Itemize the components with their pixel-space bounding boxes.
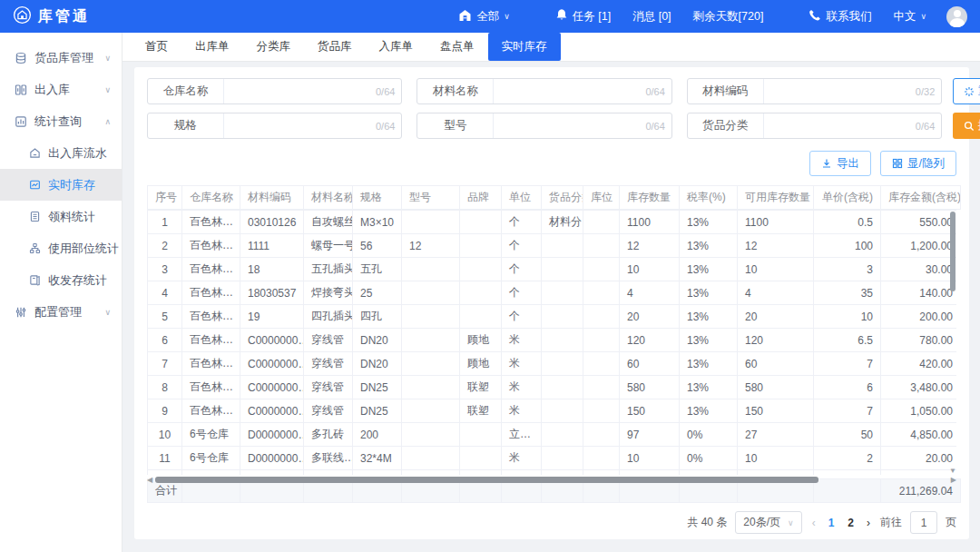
horizontal-scrollbar-thumb[interactable] bbox=[155, 477, 818, 483]
char-counter: 0/64 bbox=[376, 79, 401, 104]
show-hide-columns-button[interactable]: 显/隐列 bbox=[880, 151, 956, 176]
table-row[interactable]: 1百色林…03010126自攻螺丝M3×10个材料分…110013%11000.… bbox=[148, 211, 957, 234]
field-label: 仓库名称 bbox=[148, 79, 224, 104]
scroll-right-arrow-icon[interactable]: ▶ bbox=[951, 476, 956, 484]
tab-inbound-order[interactable]: 入库单 bbox=[366, 33, 427, 61]
table-cell bbox=[620, 470, 680, 476]
table-cell bbox=[460, 470, 502, 476]
table-cell bbox=[680, 470, 738, 476]
table-row[interactable]: 106号仓库D0000000…多孔砖200立…970%27504,850.00 bbox=[148, 423, 957, 447]
sidebar-item-usage-location-stats[interactable]: 使用部位统计 bbox=[0, 232, 122, 264]
tab-stocktake-order[interactable]: 盘点单 bbox=[426, 33, 488, 61]
table-row[interactable]: 116号仓库D0000000…多联线…32*4M米100%10220.00 bbox=[148, 447, 957, 470]
spec-input[interactable] bbox=[224, 113, 376, 138]
inventory-table-zone: 序号仓库名称材料编码材料名称规格型号品牌单位货品分类库位库存数量税率(%)可用库… bbox=[147, 185, 956, 475]
table-row-partial[interactable] bbox=[148, 470, 957, 476]
table-row[interactable]: 6百色林…C0000000…穿线管DN20顾地米12013%1206.5780.… bbox=[148, 329, 957, 352]
table-row[interactable]: 8百色林…C0000000…穿线管DN25联塑米58013%58063,480.… bbox=[148, 376, 957, 399]
vertical-scrollbar-thumb[interactable] bbox=[950, 212, 956, 291]
table-cell: 5 bbox=[148, 305, 182, 329]
table-cell: 四孔插头 bbox=[304, 305, 353, 329]
goto-label: 前往 bbox=[880, 515, 902, 530]
total-count-label: 共 40 条 bbox=[687, 515, 727, 530]
contact-us-link[interactable]: 联系我们 bbox=[798, 9, 882, 25]
table-cell bbox=[542, 352, 583, 376]
sidebar-item-receipt-dispatch-stats[interactable]: 收发存统计 bbox=[0, 264, 122, 296]
material-name-input[interactable] bbox=[494, 79, 645, 104]
app-logo[interactable]: 库管通 bbox=[13, 5, 90, 28]
table-cell: DN25 bbox=[353, 399, 402, 423]
org-icon bbox=[32, 246, 38, 250]
sidebar-item-realtime-stock[interactable]: 实时库存 bbox=[0, 169, 122, 201]
tab-category-store[interactable]: 分类库 bbox=[243, 33, 305, 61]
table-cell: 百色林… bbox=[182, 211, 240, 234]
table-cell: M3×10 bbox=[353, 211, 402, 234]
language-label: 中文 bbox=[893, 9, 916, 25]
table-cell: 顾地 bbox=[460, 352, 502, 376]
page-size-label: 20条/页 bbox=[743, 515, 780, 530]
table-cell bbox=[542, 258, 583, 281]
reset-button[interactable]: 重置 bbox=[953, 78, 980, 104]
table-row[interactable]: 4百色林…18030537焊接弯头25个413%435140.00 bbox=[148, 281, 957, 305]
language-selector[interactable]: 中文 ∨ bbox=[882, 9, 937, 25]
search-button[interactable]: 搜索 bbox=[953, 113, 980, 139]
page-size-select[interactable]: 20条/页 ∨ bbox=[735, 511, 801, 534]
table-row[interactable]: 3百色林…18五孔插头五孔个1013%10330.00 bbox=[148, 258, 957, 281]
sidebar-item-in-out[interactable]: 出入库 ∨ bbox=[0, 74, 122, 105]
table-row[interactable]: 7百色林…C0000000…穿线管DN20顾地米6013%607420.00 bbox=[148, 352, 957, 376]
table-cell: 13% bbox=[680, 399, 738, 423]
sidebar-item-material-stats[interactable]: 领料统计 bbox=[0, 201, 122, 232]
user-avatar[interactable] bbox=[946, 6, 967, 27]
table-cell: 4 bbox=[620, 281, 680, 305]
horizontal-scrollbar[interactable]: ◀ ▶ bbox=[147, 476, 956, 477]
table-cell: 20.00 bbox=[881, 447, 957, 470]
warehouse-name-input[interactable] bbox=[224, 79, 376, 104]
column-header: 库位 bbox=[583, 186, 620, 210]
field-warehouse-name: 仓库名称 0/64 bbox=[147, 78, 402, 104]
table-row[interactable]: 2百色林…1111螺母一号5612个1213%121001,200.00 bbox=[148, 234, 957, 258]
table-cell bbox=[460, 211, 502, 234]
table-cell: 13% bbox=[680, 211, 738, 234]
table-cell bbox=[542, 447, 583, 470]
scope-selector[interactable]: 全部 ∨ bbox=[447, 9, 521, 25]
prev-page-button[interactable]: ‹ bbox=[810, 517, 818, 529]
export-button[interactable]: 导出 bbox=[809, 151, 871, 176]
table-cell: 2 bbox=[814, 447, 881, 470]
char-counter: 0/64 bbox=[645, 113, 671, 138]
material-code-input[interactable] bbox=[764, 79, 916, 104]
chevron-up-icon: ∧ bbox=[104, 117, 111, 126]
next-page-button[interactable]: › bbox=[865, 517, 872, 529]
sidebar-item-config[interactable]: 配置管理 ∨ bbox=[0, 296, 122, 328]
goods-category-input[interactable] bbox=[764, 113, 916, 138]
table-cell: 200 bbox=[353, 423, 402, 447]
tasks-link[interactable]: 任务 [1] bbox=[544, 8, 622, 25]
table-cell: 五孔插头 bbox=[304, 258, 353, 281]
model-input[interactable] bbox=[494, 113, 645, 138]
tasks-label: 任务 [1] bbox=[573, 9, 611, 25]
contact-us-label: 联系我们 bbox=[826, 9, 871, 25]
column-header: 材料编码 bbox=[240, 186, 304, 210]
page-number-2[interactable]: 2 bbox=[845, 517, 857, 529]
char-counter: 0/64 bbox=[916, 113, 941, 138]
table-cell: 13% bbox=[680, 281, 738, 305]
goto-page-input[interactable] bbox=[910, 511, 937, 534]
vertical-scrollbar[interactable]: ▼ bbox=[949, 210, 956, 475]
tab-realtime-stock[interactable]: 实时库存 bbox=[488, 33, 561, 61]
sidebar-item-inout-flow[interactable]: 出入库流水 bbox=[0, 137, 122, 169]
scroll-left-arrow-icon[interactable]: ◀ bbox=[147, 476, 152, 484]
sidebar-item-goods-store[interactable]: 货品库管理 ∨ bbox=[0, 42, 122, 74]
column-header: 库存金额(含税) bbox=[881, 186, 961, 210]
messages-link[interactable]: 消息 [0] bbox=[622, 9, 681, 25]
tab-goods-store[interactable]: 货品库 bbox=[304, 33, 366, 61]
tab-outbound-order[interactable]: 出库单 bbox=[181, 33, 243, 61]
table-row[interactable]: 9百色林…C0000000…穿线管DN25联塑米15013%15071,050.… bbox=[148, 399, 957, 423]
tab-home[interactable]: 首页 bbox=[132, 33, 181, 61]
table-cell: 12 bbox=[738, 234, 814, 258]
scroll-down-arrow-icon[interactable]: ▼ bbox=[949, 467, 956, 475]
table-row[interactable]: 5百色林…19四孔插头四孔个2013%2010200.00 bbox=[148, 305, 957, 329]
table-cell: 1,200.00 bbox=[881, 234, 957, 258]
sidebar-item-stats-query[interactable]: 统计查询 ∧ bbox=[0, 105, 122, 137]
page-number-1[interactable]: 1 bbox=[826, 517, 838, 529]
table-cell: 个 bbox=[502, 234, 542, 258]
topbar-right: 全部 ∨ 任务 [1] 消息 [0] 剩余天数[720] 联系我们 中文 ∨ bbox=[447, 6, 967, 27]
